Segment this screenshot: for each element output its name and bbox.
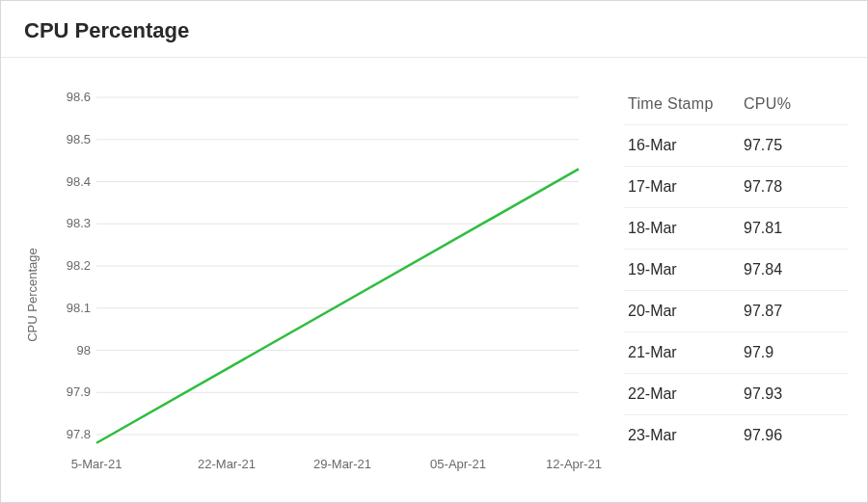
table-row: 18-Mar 97.81 <box>624 207 848 249</box>
cell-cpu: 97.9 <box>744 344 848 361</box>
cell-timestamp: 21-Mar <box>628 344 744 361</box>
x-tick-label: 12-Apr-21 <box>546 457 602 471</box>
y-axis-title: CPU Percentage <box>25 248 40 342</box>
y-tick-label: 97.9 <box>67 384 91 399</box>
series-line-cpu <box>96 169 579 442</box>
chart-title: CPU Percentage <box>1 1 867 58</box>
cell-cpu: 97.81 <box>744 220 848 237</box>
y-tick-label: 98.4 <box>67 174 91 189</box>
line-chart: CPU Percentage 97.8 97.9 <box>11 68 607 492</box>
x-tick-label: 29-Mar-21 <box>313 457 371 471</box>
y-tick-label: 98.1 <box>67 301 91 315</box>
y-tick-label: 97.8 <box>67 427 91 441</box>
cell-cpu: 97.78 <box>744 178 848 196</box>
y-tick-label: 98.2 <box>67 258 91 273</box>
chart-area: CPU Percentage 97.8 97.9 <box>11 68 607 492</box>
data-table: Time Stamp CPU% 16-Mar 97.75 17-Mar 97.7… <box>607 68 848 492</box>
table-row: 17-Mar 97.78 <box>624 166 848 207</box>
table-header-timestamp: Time Stamp <box>628 95 744 113</box>
x-tick-labels: 5-Mar-21 22-Mar-21 29-Mar-21 05-Apr-21 1… <box>71 457 602 471</box>
y-tick-label: 98.3 <box>67 216 91 230</box>
cell-cpu: 97.96 <box>744 427 848 444</box>
content-row: CPU Percentage 97.8 97.9 <box>1 59 867 502</box>
table-row: 16-Mar 97.75 <box>624 124 848 166</box>
cell-timestamp: 23-Mar <box>628 427 744 444</box>
table-row: 23-Mar 97.96 <box>624 414 848 456</box>
cell-cpu: 97.87 <box>744 303 848 320</box>
cell-cpu: 97.84 <box>744 261 848 278</box>
table-row: 19-Mar 97.84 <box>624 249 848 290</box>
x-tick-label: 22-Mar-21 <box>198 457 256 471</box>
table-header: Time Stamp CPU% <box>624 88 848 124</box>
table-row: 22-Mar 97.93 <box>624 373 848 414</box>
x-tick-label: 5-Mar-21 <box>71 457 122 471</box>
cell-timestamp: 16-Mar <box>628 137 744 154</box>
cell-timestamp: 19-Mar <box>628 261 744 278</box>
cell-timestamp: 20-Mar <box>628 303 744 320</box>
widget-card: CPU Percentage CPU Percentage <box>0 0 868 503</box>
table-header-cpu: CPU% <box>744 95 848 113</box>
y-tick-label: 98 <box>77 343 91 357</box>
cell-timestamp: 22-Mar <box>628 385 744 403</box>
cell-cpu: 97.93 <box>744 385 848 403</box>
y-tick-label: 98.6 <box>67 90 91 104</box>
x-tick-label: 05-Apr-21 <box>430 457 486 471</box>
y-tick-labels: 97.8 97.9 98 98.1 98.2 98.3 98.4 98.5 98… <box>67 90 91 441</box>
table-row: 20-Mar 97.87 <box>624 290 848 331</box>
cell-cpu: 97.75 <box>744 137 848 154</box>
cell-timestamp: 18-Mar <box>628 220 744 237</box>
table-row: 21-Mar 97.9 <box>624 331 848 373</box>
y-grid <box>96 97 579 435</box>
y-tick-label: 98.5 <box>67 132 91 146</box>
cell-timestamp: 17-Mar <box>628 178 744 196</box>
